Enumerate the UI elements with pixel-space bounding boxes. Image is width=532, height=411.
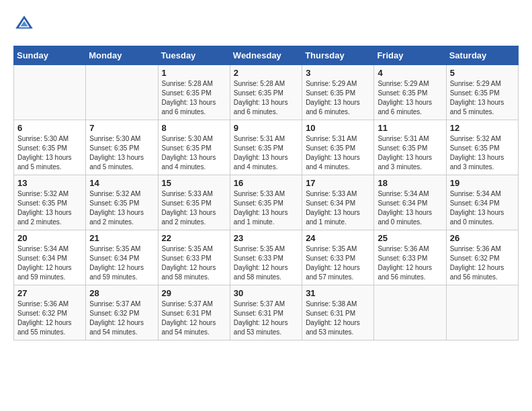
day-number: 22 bbox=[162, 233, 226, 243]
day-info: Sunrise: 5:38 AM Sunset: 6:31 PM Dayligh… bbox=[306, 300, 370, 337]
day-number: 26 bbox=[450, 233, 515, 243]
calendar-day-cell: 24Sunrise: 5:35 AM Sunset: 6:33 PM Dayli… bbox=[302, 230, 374, 285]
calendar-week-row: 13Sunrise: 5:32 AM Sunset: 6:35 PM Dayli… bbox=[14, 175, 519, 230]
day-info: Sunrise: 5:33 AM Sunset: 6:35 PM Dayligh… bbox=[162, 189, 226, 227]
day-number: 10 bbox=[306, 123, 370, 133]
calendar-day-cell: 14Sunrise: 5:32 AM Sunset: 6:35 PM Dayli… bbox=[86, 175, 158, 230]
day-number: 31 bbox=[306, 288, 370, 298]
day-info: Sunrise: 5:36 AM Sunset: 6:33 PM Dayligh… bbox=[378, 244, 442, 282]
calendar-day-cell: 20Sunrise: 5:34 AM Sunset: 6:34 PM Dayli… bbox=[14, 230, 86, 285]
day-number: 8 bbox=[162, 123, 226, 133]
day-info: Sunrise: 5:34 AM Sunset: 6:34 PM Dayligh… bbox=[450, 189, 515, 227]
day-number: 21 bbox=[89, 233, 154, 243]
day-number: 13 bbox=[17, 178, 82, 188]
calendar-day-cell: 27Sunrise: 5:36 AM Sunset: 6:32 PM Dayli… bbox=[14, 285, 86, 340]
day-info: Sunrise: 5:30 AM Sunset: 6:35 PM Dayligh… bbox=[89, 134, 154, 172]
day-info: Sunrise: 5:33 AM Sunset: 6:34 PM Dayligh… bbox=[306, 189, 370, 227]
day-info: Sunrise: 5:36 AM Sunset: 6:32 PM Dayligh… bbox=[450, 244, 515, 282]
calendar-day-cell bbox=[14, 65, 86, 120]
calendar-day-cell: 23Sunrise: 5:35 AM Sunset: 6:33 PM Dayli… bbox=[230, 230, 302, 285]
calendar-day-cell: 17Sunrise: 5:33 AM Sunset: 6:34 PM Dayli… bbox=[302, 175, 374, 230]
day-number: 9 bbox=[234, 123, 298, 133]
calendar-day-cell: 12Sunrise: 5:32 AM Sunset: 6:35 PM Dayli… bbox=[446, 120, 518, 175]
day-info: Sunrise: 5:29 AM Sunset: 6:35 PM Dayligh… bbox=[306, 79, 370, 117]
day-info: Sunrise: 5:29 AM Sunset: 6:35 PM Dayligh… bbox=[450, 79, 515, 117]
calendar-day-cell: 5Sunrise: 5:29 AM Sunset: 6:35 PM Daylig… bbox=[446, 65, 518, 120]
day-info: Sunrise: 5:31 AM Sunset: 6:35 PM Dayligh… bbox=[378, 134, 442, 172]
calendar-week-row: 27Sunrise: 5:36 AM Sunset: 6:32 PM Dayli… bbox=[14, 285, 519, 340]
day-number: 17 bbox=[306, 178, 370, 188]
day-number: 23 bbox=[234, 233, 298, 243]
calendar-day-cell: 8Sunrise: 5:30 AM Sunset: 6:35 PM Daylig… bbox=[158, 120, 230, 175]
day-info: Sunrise: 5:35 AM Sunset: 6:33 PM Dayligh… bbox=[234, 244, 298, 282]
day-of-week-header: Friday bbox=[374, 46, 446, 65]
calendar-week-row: 1Sunrise: 5:28 AM Sunset: 6:35 PM Daylig… bbox=[14, 65, 519, 120]
calendar-day-cell bbox=[86, 65, 158, 120]
day-number: 12 bbox=[450, 123, 515, 133]
calendar-day-cell: 2Sunrise: 5:28 AM Sunset: 6:35 PM Daylig… bbox=[230, 65, 302, 120]
day-number: 3 bbox=[306, 68, 370, 78]
day-number: 14 bbox=[89, 178, 154, 188]
calendar-table: SundayMondayTuesdayWednesdayThursdayFrid… bbox=[13, 46, 519, 340]
day-info: Sunrise: 5:35 AM Sunset: 6:33 PM Dayligh… bbox=[306, 244, 370, 282]
calendar-day-cell: 22Sunrise: 5:35 AM Sunset: 6:33 PM Dayli… bbox=[158, 230, 230, 285]
day-info: Sunrise: 5:34 AM Sunset: 6:34 PM Dayligh… bbox=[378, 189, 442, 227]
day-info: Sunrise: 5:37 AM Sunset: 6:31 PM Dayligh… bbox=[162, 300, 226, 337]
day-info: Sunrise: 5:35 AM Sunset: 6:34 PM Dayligh… bbox=[89, 244, 154, 282]
calendar-header-row: SundayMondayTuesdayWednesdayThursdayFrid… bbox=[14, 46, 519, 65]
day-number: 15 bbox=[162, 178, 226, 188]
day-number: 29 bbox=[162, 288, 226, 298]
calendar-day-cell: 11Sunrise: 5:31 AM Sunset: 6:35 PM Dayli… bbox=[374, 120, 446, 175]
day-of-week-header: Saturday bbox=[446, 46, 518, 65]
day-info: Sunrise: 5:36 AM Sunset: 6:32 PM Dayligh… bbox=[17, 300, 82, 337]
day-info: Sunrise: 5:31 AM Sunset: 6:35 PM Dayligh… bbox=[234, 134, 298, 172]
day-number: 2 bbox=[234, 68, 298, 78]
calendar-body: 1Sunrise: 5:28 AM Sunset: 6:35 PM Daylig… bbox=[14, 65, 519, 340]
calendar-day-cell: 29Sunrise: 5:37 AM Sunset: 6:31 PM Dayli… bbox=[158, 285, 230, 340]
day-info: Sunrise: 5:30 AM Sunset: 6:35 PM Dayligh… bbox=[162, 134, 226, 172]
calendar-day-cell: 4Sunrise: 5:29 AM Sunset: 6:35 PM Daylig… bbox=[374, 65, 446, 120]
day-of-week-header: Thursday bbox=[302, 46, 374, 65]
calendar-day-cell: 19Sunrise: 5:34 AM Sunset: 6:34 PM Dayli… bbox=[446, 175, 518, 230]
day-number: 1 bbox=[162, 68, 226, 78]
day-number: 25 bbox=[378, 233, 442, 243]
day-number: 18 bbox=[378, 178, 442, 188]
calendar-week-row: 6Sunrise: 5:30 AM Sunset: 6:35 PM Daylig… bbox=[14, 120, 519, 175]
calendar-day-cell: 21Sunrise: 5:35 AM Sunset: 6:34 PM Dayli… bbox=[86, 230, 158, 285]
calendar-day-cell: 26Sunrise: 5:36 AM Sunset: 6:32 PM Dayli… bbox=[446, 230, 518, 285]
day-number: 28 bbox=[89, 288, 154, 298]
day-info: Sunrise: 5:29 AM Sunset: 6:35 PM Dayligh… bbox=[378, 79, 442, 117]
calendar-day-cell: 7Sunrise: 5:30 AM Sunset: 6:35 PM Daylig… bbox=[86, 120, 158, 175]
calendar-day-cell: 30Sunrise: 5:37 AM Sunset: 6:31 PM Dayli… bbox=[230, 285, 302, 340]
day-number: 27 bbox=[17, 288, 82, 298]
day-number: 16 bbox=[234, 178, 298, 188]
day-of-week-header: Monday bbox=[86, 46, 158, 65]
calendar-day-cell: 13Sunrise: 5:32 AM Sunset: 6:35 PM Dayli… bbox=[14, 175, 86, 230]
calendar-day-cell bbox=[446, 285, 518, 340]
day-of-week-header: Tuesday bbox=[158, 46, 230, 65]
logo-icon bbox=[13, 13, 35, 35]
day-info: Sunrise: 5:28 AM Sunset: 6:35 PM Dayligh… bbox=[234, 79, 298, 117]
calendar-day-cell: 16Sunrise: 5:33 AM Sunset: 6:35 PM Dayli… bbox=[230, 175, 302, 230]
logo bbox=[13, 13, 39, 35]
day-info: Sunrise: 5:37 AM Sunset: 6:32 PM Dayligh… bbox=[89, 300, 154, 337]
calendar-day-cell: 6Sunrise: 5:30 AM Sunset: 6:35 PM Daylig… bbox=[14, 120, 86, 175]
day-info: Sunrise: 5:30 AM Sunset: 6:35 PM Dayligh… bbox=[17, 134, 82, 172]
day-of-week-header: Wednesday bbox=[230, 46, 302, 65]
day-number: 19 bbox=[450, 178, 515, 188]
day-number: 24 bbox=[306, 233, 370, 243]
calendar-day-cell: 10Sunrise: 5:31 AM Sunset: 6:35 PM Dayli… bbox=[302, 120, 374, 175]
page-header bbox=[13, 13, 519, 35]
calendar-day-cell: 28Sunrise: 5:37 AM Sunset: 6:32 PM Dayli… bbox=[86, 285, 158, 340]
calendar-day-cell: 18Sunrise: 5:34 AM Sunset: 6:34 PM Dayli… bbox=[374, 175, 446, 230]
day-info: Sunrise: 5:32 AM Sunset: 6:35 PM Dayligh… bbox=[450, 134, 515, 172]
day-number: 6 bbox=[17, 123, 82, 133]
calendar-day-cell bbox=[374, 285, 446, 340]
calendar-day-cell: 3Sunrise: 5:29 AM Sunset: 6:35 PM Daylig… bbox=[302, 65, 374, 120]
calendar-day-cell: 31Sunrise: 5:38 AM Sunset: 6:31 PM Dayli… bbox=[302, 285, 374, 340]
day-info: Sunrise: 5:33 AM Sunset: 6:35 PM Dayligh… bbox=[234, 189, 298, 227]
day-info: Sunrise: 5:34 AM Sunset: 6:34 PM Dayligh… bbox=[17, 244, 82, 282]
day-number: 5 bbox=[450, 68, 515, 78]
day-info: Sunrise: 5:35 AM Sunset: 6:33 PM Dayligh… bbox=[162, 244, 226, 282]
day-of-week-header: Sunday bbox=[14, 46, 86, 65]
